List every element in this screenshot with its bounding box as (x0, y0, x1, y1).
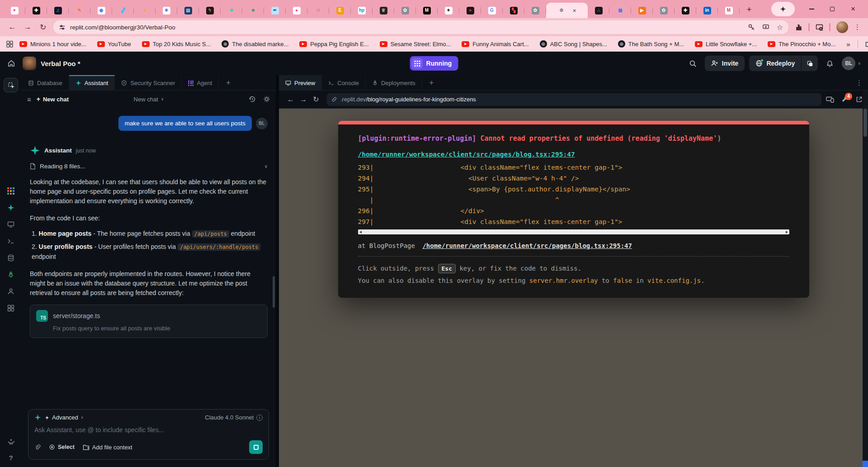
browser-tab[interactable]: ✚ × (675, 3, 696, 18)
runtime-error-overlay[interactable]: [plugin:runtime-error-plugin] Cannot rea… (338, 121, 809, 298)
stop-button[interactable] (249, 440, 263, 454)
browser-tab[interactable]: ♥ × (4, 3, 25, 18)
notifications-bell-icon[interactable] (826, 60, 834, 67)
browser-tab[interactable]: ✚ × (25, 3, 47, 18)
address-bar[interactable]: replit.com/@bloombergjr30/Verbal-Poo ☆ (53, 20, 788, 34)
browser-tab[interactable]: ▞ × (112, 3, 134, 18)
bookmark-item[interactable]: Sesame Street: Elmo... (380, 41, 451, 48)
chat-title-dropdown[interactable]: New chat ∨ (134, 96, 164, 103)
selection-tool-button[interactable] (4, 78, 18, 92)
bookmark-item[interactable]: Funny Animals Cart... (462, 41, 528, 48)
browser-tab[interactable]: ▶ × (631, 3, 653, 18)
bookmark-item[interactable]: YouTube (97, 41, 131, 48)
new-chat-button[interactable]: + New chat (37, 95, 69, 103)
chevron-down-icon[interactable]: ∨ (264, 164, 268, 169)
preview-back-button[interactable]: ← (284, 93, 297, 106)
scrollbar-thumb[interactable] (863, 109, 867, 137)
bookmark-item[interactable]: ABC Song | Shapes... (540, 40, 607, 48)
window-minimize-button[interactable] (801, 0, 822, 18)
apps-grid-icon[interactable] (6, 41, 13, 48)
extensions-puzzle-icon[interactable] (795, 24, 802, 31)
account-avatar[interactable]: BL (842, 57, 855, 70)
preview-reload-button[interactable]: ↻ (310, 93, 322, 106)
browser-tab[interactable]: ◗ × (134, 3, 156, 18)
bookmark-item[interactable]: Minions 1 hour vide... (19, 41, 86, 48)
preview-viewport[interactable]: [plugin:runtime-error-plugin] Cannot rea… (279, 109, 868, 467)
bookmark-item[interactable]: Peppa Pig English E... (299, 41, 368, 48)
browser-tab[interactable]: ❄ × (221, 3, 242, 18)
browser-tab[interactable]: ♕ × (373, 3, 394, 18)
bookmark-item[interactable]: Little Snowflake +... (695, 41, 757, 48)
select-element-button[interactable]: Select (49, 444, 75, 450)
browser-ai-button[interactable] (771, 2, 795, 16)
profile-avatar[interactable] (836, 21, 848, 33)
invite-button[interactable]: Invite (705, 56, 745, 71)
model-selector[interactable]: Claude 4.0 Sonnet i (205, 414, 263, 421)
deployments-icon[interactable] (7, 271, 14, 278)
add-tab-button[interactable]: + (422, 75, 441, 90)
search-icon[interactable] (689, 60, 697, 67)
browser-tab[interactable]: ✳ × (156, 3, 177, 18)
code-horizontal-scrollbar[interactable] (358, 229, 789, 234)
deployment-panel-button[interactable] (802, 56, 818, 71)
tab-close-icon[interactable]: × (573, 7, 576, 14)
assistant-spark-icon[interactable] (7, 204, 14, 211)
browser-tab[interactable]: ✒ × (264, 3, 286, 18)
browser-tab[interactable]: ◉ × (90, 3, 112, 18)
account-chevron-icon[interactable]: ∨ (858, 61, 861, 66)
reading-files-status[interactable]: Reading 8 files... ∨ (30, 163, 268, 170)
browser-tab[interactable]: ✦ × (438, 3, 459, 18)
browser-tab[interactable]: ▦ × (609, 3, 631, 18)
browser-tab[interactable]: ✿ × (394, 3, 416, 18)
install-app-icon[interactable] (762, 24, 769, 31)
password-key-icon[interactable] (748, 24, 755, 31)
browser-tab[interactable]: ★ × (242, 3, 264, 18)
database-icon[interactable] (7, 254, 14, 262)
tab-deployments[interactable]: Deployments (366, 75, 422, 90)
browser-tab[interactable]: » × (459, 3, 481, 18)
preview-address-bar[interactable]: .replit.dev/blog/royal-guidelines-for-ki… (327, 93, 821, 106)
new-tab-button[interactable]: + (742, 3, 756, 16)
bookmark-item[interactable]: The disabled marke... (222, 40, 288, 48)
back-button[interactable]: ← (5, 19, 20, 35)
browser-tab[interactable]: M × (416, 3, 438, 18)
repl-title[interactable]: Verbal Poo * (41, 60, 80, 67)
tab-preview[interactable]: Preview (279, 75, 322, 90)
tab-console[interactable]: Console (322, 75, 366, 90)
window-maximize-button[interactable] (822, 0, 843, 18)
settings-gear-icon[interactable] (263, 95, 270, 103)
app-preview-icon[interactable] (7, 221, 14, 228)
reload-button[interactable]: ↻ (35, 19, 51, 35)
add-tab-button[interactable]: + (219, 75, 237, 90)
browser-tab[interactable]: ● × (286, 3, 307, 18)
browser-menu-icon[interactable]: ⋮ (854, 23, 861, 31)
browser-tab[interactable]: ∷ × (307, 3, 329, 18)
open-external-icon[interactable] (856, 96, 863, 103)
authentication-icon[interactable] (7, 288, 14, 295)
add-file-context-button[interactable]: Add file context (83, 444, 132, 451)
bookmark-item[interactable]: The Bath Song + M... (618, 40, 684, 48)
panel-divider[interactable] (276, 75, 279, 467)
running-status-badge[interactable]: Running (410, 56, 458, 71)
tab-security-scanner[interactable]: Security Scanner (115, 75, 182, 90)
all-bookmarks-button[interactable]: All Bookmarks (865, 41, 868, 48)
redeploy-button[interactable]: Redeploy (749, 56, 801, 71)
bookmark-star-icon[interactable]: ☆ (777, 23, 783, 32)
assistant-prompt-input[interactable] (34, 426, 263, 434)
bookmark-item[interactable]: The Pinocchio + Mo... (768, 41, 835, 48)
devices-icon[interactable] (826, 96, 834, 103)
browser-tab[interactable]: ▚ × (503, 3, 524, 18)
browser-tab[interactable]: hp × (351, 3, 373, 18)
browser-tab[interactable]: ✿ × (653, 3, 675, 18)
error-file-link[interactable]: /home/runner/workspace/client/src/pages/… (358, 151, 575, 158)
advanced-mode-dropdown[interactable]: Advanced ∨ (45, 414, 84, 421)
chat-scrollbar-thumb[interactable] (273, 276, 275, 308)
wishlist-lamp-icon[interactable] (7, 438, 15, 446)
browser-tab[interactable]: ⚙ × (546, 3, 588, 18)
browser-tab[interactable]: E × (329, 3, 351, 18)
browser-tab[interactable]: M × (718, 3, 740, 18)
forward-button[interactable]: → (20, 19, 35, 35)
attach-paperclip-icon[interactable] (34, 444, 41, 451)
help-icon[interactable]: ? (9, 454, 13, 462)
browser-tab[interactable]: G × (481, 3, 503, 18)
